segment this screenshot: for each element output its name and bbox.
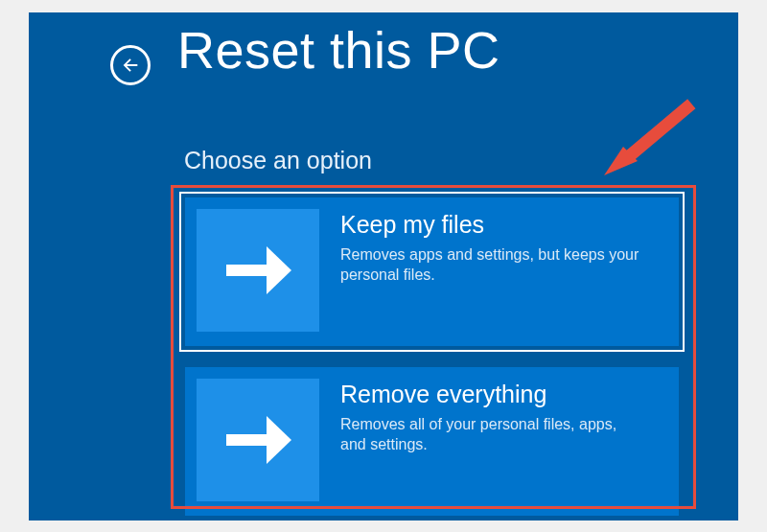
option-text: Keep my files Removes apps and settings,…: [319, 209, 645, 286]
arrow-right-icon: [197, 379, 319, 501]
option-keep-my-files[interactable]: Keep my files Removes apps and settings,…: [185, 197, 679, 346]
back-button[interactable]: [110, 45, 151, 85]
annotation-arrow-icon: [585, 80, 719, 204]
svg-marker-1: [267, 246, 291, 294]
option-title: Keep my files: [340, 211, 645, 239]
option-title: Remove everything: [340, 381, 645, 408]
svg-marker-3: [267, 416, 291, 464]
svg-marker-4: [604, 147, 638, 175]
options-list: Keep my files Removes apps and settings,…: [177, 190, 686, 511]
subtitle: Choose an option: [184, 147, 372, 174]
option-description: Removes all of your personal files, apps…: [340, 414, 645, 455]
svg-rect-5: [625, 99, 695, 161]
arrow-right-icon: [197, 209, 319, 332]
page-title: Reset this PC: [177, 20, 500, 80]
reset-pc-screen: Reset this PC Choose an option Keep my f…: [29, 12, 738, 520]
option-remove-everything[interactable]: Remove everything Removes all of your pe…: [185, 367, 679, 516]
back-arrow-icon: [120, 55, 141, 76]
option-description: Removes apps and settings, but keeps you…: [340, 244, 645, 286]
option-text: Remove everything Removes all of your pe…: [319, 379, 645, 455]
